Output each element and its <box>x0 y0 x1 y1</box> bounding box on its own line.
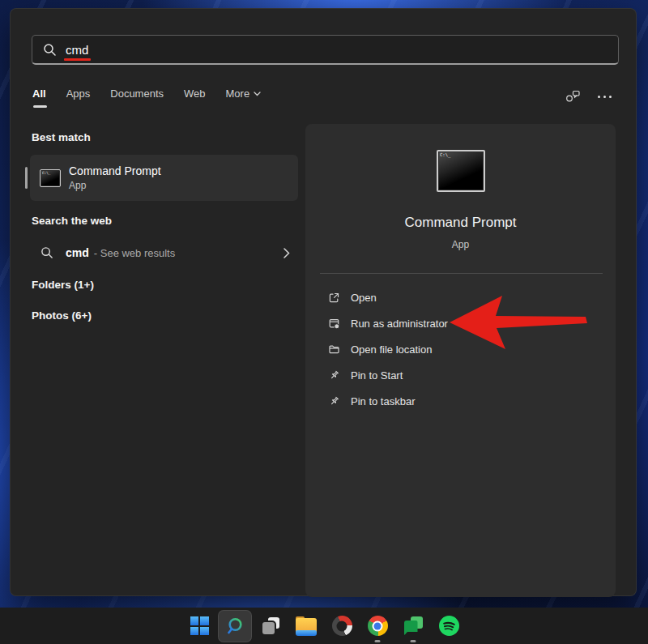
action-run-as-administrator[interactable]: Run as administrator <box>328 310 604 336</box>
spotify-button[interactable] <box>431 608 467 644</box>
chevron-right-icon[interactable] <box>284 248 290 258</box>
preview-actions: Open Run as administrator <box>328 284 604 414</box>
search-input[interactable]: cmd <box>32 35 619 65</box>
chevron-down-icon <box>254 92 261 96</box>
photo-ring-app-icon <box>332 616 352 636</box>
search-web-heading: Search the web <box>32 215 112 227</box>
preview-divider <box>320 273 603 274</box>
tab-documents[interactable]: Documents <box>110 87 164 106</box>
search-icon <box>40 246 53 259</box>
tab-web[interactable]: Web <box>184 87 206 106</box>
search-icon <box>43 43 57 57</box>
web-query-text: cmd <box>66 246 89 259</box>
file-explorer-button[interactable] <box>288 608 324 644</box>
feedback-icon[interactable] <box>565 90 580 104</box>
result-type: App <box>69 180 161 191</box>
task-view-icon <box>260 616 281 637</box>
preview-app-name: Command Prompt <box>305 215 616 231</box>
spotify-icon <box>439 616 459 636</box>
photos-group-heading[interactable]: Photos (6+) <box>32 309 92 322</box>
search-taskbar-icon <box>225 616 245 636</box>
folder-icon <box>328 343 340 356</box>
preview-app-type: App <box>305 239 616 250</box>
photo-app-button[interactable] <box>324 608 360 644</box>
start-button[interactable] <box>181 608 217 644</box>
search-query-text: cmd <box>66 43 88 57</box>
action-open[interactable]: Open <box>328 284 604 310</box>
open-icon <box>328 292 340 304</box>
chrome-button[interactable] <box>360 608 395 644</box>
action-pin-to-taskbar[interactable]: Pin to taskbar <box>328 388 604 414</box>
result-preview-panel: C:\_ Command Prompt App Open <box>305 124 616 597</box>
folders-group-heading[interactable]: Folders (1+) <box>32 279 94 291</box>
command-prompt-icon: C:\_ <box>40 169 61 187</box>
action-open-file-location[interactable]: Open file location <box>328 336 604 362</box>
tab-all[interactable]: All <box>32 87 46 106</box>
run-as-admin-icon <box>328 318 340 330</box>
google-chat-icon <box>403 616 424 636</box>
taskbar <box>0 608 648 644</box>
tab-apps[interactable]: Apps <box>66 87 91 106</box>
ellipsis-menu-icon[interactable] <box>598 96 612 98</box>
best-match-result[interactable]: C:\_ Command Prompt App <box>30 155 298 201</box>
task-view-button[interactable] <box>253 608 288 644</box>
file-explorer-icon <box>296 616 317 636</box>
result-name: Command Prompt <box>69 164 161 177</box>
search-flyout: cmd All Apps Documents Web More Best mat… <box>10 8 637 596</box>
action-pin-to-start[interactable]: Pin to Start <box>328 362 604 388</box>
web-suffix-text: - See web results <box>94 247 175 259</box>
windows-logo-icon <box>190 616 209 635</box>
tab-more[interactable]: More <box>226 87 262 106</box>
search-filter-tabs: All Apps Documents Web More <box>32 87 261 106</box>
pin-icon <box>328 395 340 407</box>
selection-indicator <box>25 167 28 189</box>
pin-icon <box>328 369 340 382</box>
command-prompt-icon-large: C:\_ <box>437 150 485 192</box>
taskbar-search-button[interactable] <box>218 610 252 642</box>
search-header-actions <box>565 90 612 104</box>
best-match-heading: Best match <box>32 131 91 143</box>
chrome-icon <box>368 616 388 636</box>
web-search-result[interactable]: cmd - See web results <box>30 237 298 269</box>
google-chat-button[interactable] <box>395 608 431 644</box>
